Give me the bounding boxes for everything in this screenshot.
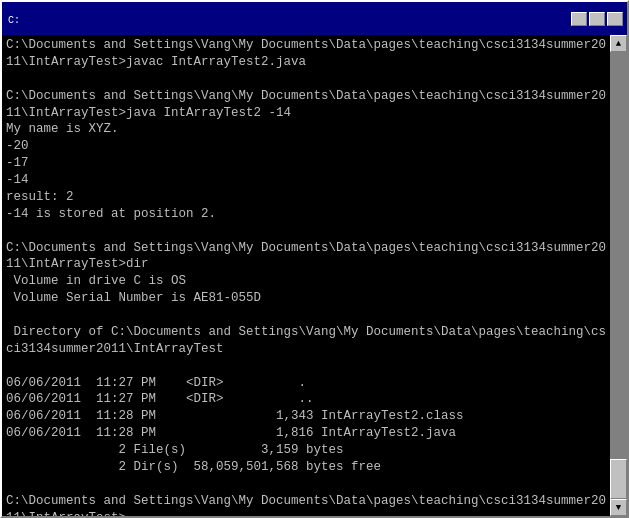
scroll-thumb[interactable] xyxy=(610,459,627,499)
cmd-icon: C: xyxy=(6,11,22,27)
close-button[interactable] xyxy=(607,12,623,26)
title-bar-left: C: xyxy=(6,11,28,27)
maximize-button[interactable] xyxy=(589,12,605,26)
content-area: C:\Documents and Settings\Vang\My Docume… xyxy=(2,35,627,516)
scroll-track xyxy=(610,52,627,499)
title-bar: C: xyxy=(2,2,627,35)
svg-text:C:: C: xyxy=(8,15,20,26)
scrollbar: ▲ ▼ xyxy=(610,35,627,516)
scroll-down-button[interactable]: ▼ xyxy=(610,499,627,516)
window: C: C:\Documents and Settings\Vang\My Doc… xyxy=(0,0,629,518)
scroll-up-button[interactable]: ▲ xyxy=(610,35,627,52)
terminal-output[interactable]: C:\Documents and Settings\Vang\My Docume… xyxy=(2,35,610,516)
title-buttons xyxy=(571,12,623,26)
minimize-button[interactable] xyxy=(571,12,587,26)
